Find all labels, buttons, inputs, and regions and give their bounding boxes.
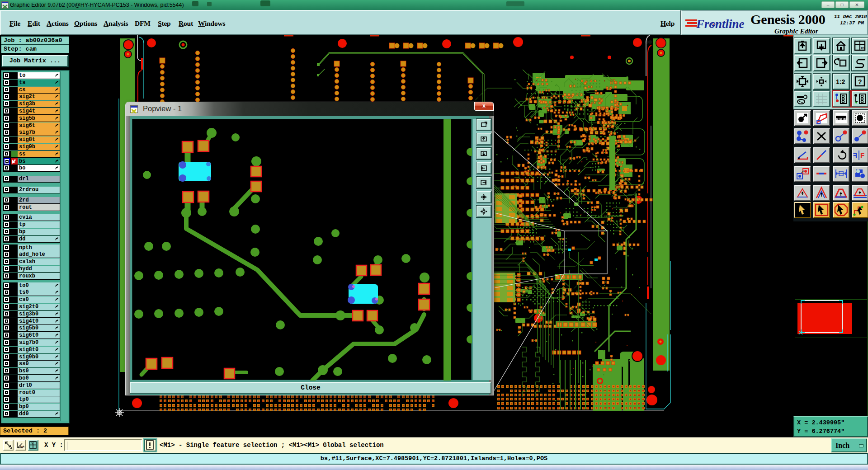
svg-text:1:2: 1:2: [836, 78, 845, 85]
svg-text:Frontline: Frontline: [696, 17, 745, 31]
svg-text:ok: ok: [21, 445, 25, 448]
svg-text:XY: XY: [861, 47, 865, 50]
svg-text:?: ?: [858, 78, 862, 85]
svg-text:F: F: [860, 151, 864, 159]
svg-text:F: F: [853, 151, 857, 159]
